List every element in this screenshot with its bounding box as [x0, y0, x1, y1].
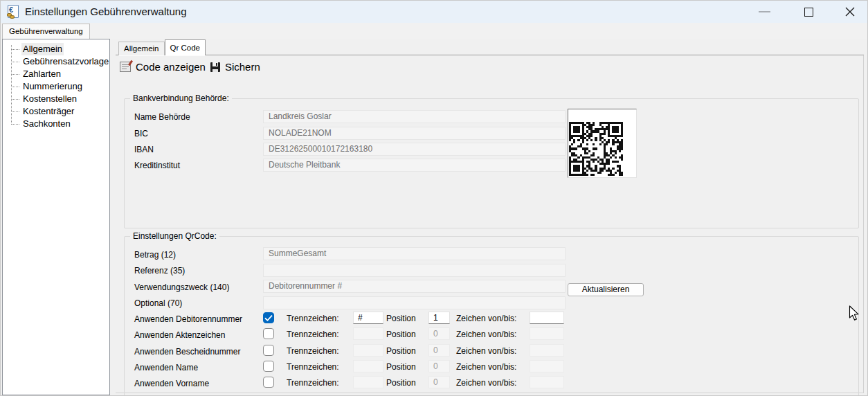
sidebar-item-gebuehrensatzvorlage[interactable]: Gebührensatzvorlage	[3, 55, 109, 68]
referenz-label: Referenz (35)	[134, 265, 185, 276]
app-icon: €	[7, 5, 21, 19]
zeichen-von-bis-label: Zeichen von/bis:	[456, 314, 516, 323]
trennzeichen-label: Trennzeichen:	[287, 362, 339, 372]
save-button[interactable]: Sichern	[225, 61, 260, 73]
qr-group-title: Einstellungen QrCode:	[130, 231, 219, 241]
betrag-field[interactable]: SummeGesamt	[263, 247, 566, 260]
tab-gebuehrenverwaltung[interactable]: Gebührenverwaltung	[2, 24, 90, 39]
optional-label: Optional (70)	[134, 298, 182, 309]
close-icon	[844, 6, 856, 17]
trennzeichen-input[interactable]	[353, 344, 383, 357]
zeichen-von-bis-label: Zeichen von/bis:	[456, 346, 516, 356]
zeichen-von-bis-label: Zeichen von/bis:	[456, 330, 516, 339]
show-code-icon	[120, 62, 131, 72]
sidebar-item-allgemein[interactable]: Allgemein	[3, 43, 109, 55]
tab-row: Allgemein Qr Code	[118, 39, 206, 55]
vorname-checkbox[interactable]	[263, 377, 274, 388]
outer-tabstrip: Gebührenverwaltung	[1, 23, 868, 39]
trennzeichen-label: Trennzeichen:	[287, 314, 339, 323]
position-label: Position	[386, 378, 416, 388]
position-input[interactable]: 0	[428, 360, 450, 372]
trennzeichen-input[interactable]	[353, 376, 383, 388]
aktualisieren-button[interactable]: Aktualisieren	[568, 283, 644, 296]
zeichen-von-bis-label: Zeichen von/bis:	[456, 362, 516, 372]
bic-label: BIC	[134, 128, 148, 139]
trennzeichen-label: Trennzeichen:	[287, 330, 339, 339]
iban-label: IBAN	[134, 144, 154, 155]
titlebar: € Einstellungen Gebührenverwaltung	[1, 1, 868, 23]
row-label: Anwenden Aktenzeichen	[134, 330, 225, 341]
betrag-label: Betrag (12)	[134, 249, 176, 260]
trennzeichen-label: Trennzeichen:	[287, 378, 339, 388]
close-button[interactable]	[834, 1, 866, 23]
maximize-button[interactable]	[793, 1, 824, 23]
position-label: Position	[386, 346, 416, 356]
row-label: Anwenden Vorname	[134, 378, 209, 389]
trennzeichen-input[interactable]	[353, 360, 383, 372]
row-label: Anwenden Bescheidnummer	[134, 346, 240, 357]
maximize-icon	[804, 8, 813, 17]
settings-window: € Einstellungen Gebührenverwaltung Gebüh…	[0, 0, 868, 396]
debitorennummer-checkbox[interactable]	[263, 312, 274, 323]
tab-qr-code[interactable]: Qr Code	[165, 39, 206, 55]
sidebar-item-zahlarten[interactable]: Zahlarten	[3, 68, 109, 80]
position-input[interactable]: 0	[428, 344, 450, 357]
name-checkbox[interactable]	[263, 361, 274, 372]
qr-code-image	[569, 122, 623, 176]
position-input[interactable]: 0	[428, 376, 450, 388]
referenz-field[interactable]	[263, 264, 566, 277]
trennzeichen-label: Trennzeichen:	[287, 346, 339, 356]
bescheidnummer-checkbox[interactable]	[263, 345, 274, 356]
zeichen-von-bis-input[interactable]	[530, 376, 564, 388]
show-code-button[interactable]: Code anzeigen	[136, 61, 206, 73]
position-input[interactable]: 1	[428, 312, 450, 324]
position-label: Position	[386, 330, 416, 339]
tab-page-qr-code: Code anzeigen Sichern Bankverbindung Beh…	[116, 55, 864, 393]
zeichen-von-bis-label: Zeichen von/bis:	[456, 378, 516, 388]
name-behoerde-field[interactable]: Landkreis Goslar	[263, 110, 566, 123]
bank-groupbox: Bankverbindung Behörde: Name Behörde Lan…	[124, 98, 859, 228]
qr-picture-box	[568, 109, 637, 178]
sidebar-item-nummerierung[interactable]: Nummerierung	[3, 80, 109, 93]
kreditinstitut-label: Kreditinstitut	[134, 160, 180, 171]
sidebar-item-kostenstellen[interactable]: Kostenstellen	[3, 93, 109, 105]
tab-control: Allgemein Qr Code Code anzeigen Sichern …	[116, 39, 864, 393]
sidebar-tree: Allgemein Gebührensatzvorlage Zahlarten …	[2, 39, 110, 395]
row-name: Anwenden Name Trennzeichen: Position 0 Z…	[125, 360, 858, 376]
verwendungszweck-field[interactable]: Debitorennummer #	[263, 280, 566, 293]
window-title: Einstellungen Gebührenverwaltung	[25, 1, 187, 23]
name-behoerde-label: Name Behörde	[134, 111, 190, 123]
tab-allgemein[interactable]: Allgemein	[118, 42, 165, 55]
zeichen-von-bis-input[interactable]	[530, 360, 564, 372]
optional-field[interactable]	[263, 296, 566, 309]
trennzeichen-input[interactable]: #	[353, 312, 383, 324]
minimize-button[interactable]	[748, 1, 780, 23]
sidebar-item-kostentraeger[interactable]: Kostenträger	[3, 105, 109, 118]
zeichen-von-bis-input[interactable]	[530, 344, 564, 357]
position-label: Position	[386, 314, 416, 323]
sidebar-item-sachkonten[interactable]: Sachkonten	[3, 118, 109, 130]
save-floppy-icon	[210, 62, 220, 72]
trennzeichen-input[interactable]	[353, 327, 383, 340]
aktenzeichen-checkbox[interactable]	[263, 328, 274, 339]
kreditinstitut-field[interactable]: Deutsche Pleitbank	[263, 159, 566, 172]
zeichen-von-bis-input[interactable]	[530, 312, 564, 324]
qr-settings-groupbox: Einstellungen QrCode: Betrag (12) SummeG…	[124, 236, 859, 396]
mouse-cursor	[849, 305, 860, 322]
toolbar: Code anzeigen Sichern	[120, 61, 260, 73]
minimize-icon	[759, 11, 770, 12]
row-label: Anwenden Name	[134, 362, 198, 373]
iban-field[interactable]: DE31262500010172163180	[263, 143, 566, 156]
row-aktenzeichen: Anwenden Aktenzeichen Trennzeichen: Posi…	[125, 327, 858, 343]
row-debitorennummer: Anwenden Debitorennummer Trennzeichen: #…	[125, 312, 858, 327]
position-input[interactable]: 0	[428, 327, 450, 340]
zeichen-von-bis-input[interactable]	[530, 327, 564, 340]
bic-field[interactable]: NOLADE21NOM	[263, 127, 566, 140]
row-label: Anwenden Debitorennummer	[134, 314, 242, 325]
bank-group-title: Bankverbindung Behörde:	[130, 93, 232, 103]
verwendungszweck-label: Verwendungszweck (140)	[134, 282, 229, 293]
position-label: Position	[386, 362, 416, 372]
row-bescheidnummer: Anwenden Bescheidnummer Trennzeichen: Po…	[125, 344, 858, 360]
row-vorname: Anwenden Vorname Trennzeichen: Position …	[125, 376, 858, 392]
